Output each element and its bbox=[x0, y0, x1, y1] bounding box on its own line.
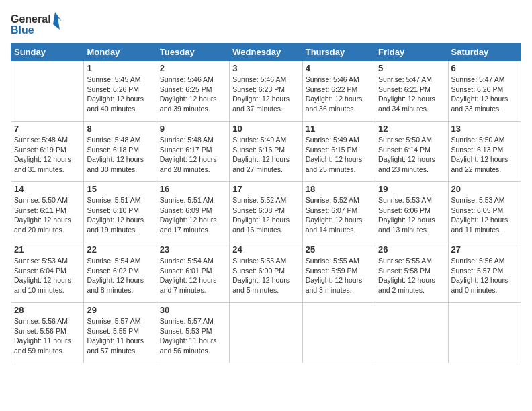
day-info: Sunrise: 5:48 AMSunset: 6:18 PMDaylight:… bbox=[87, 135, 153, 175]
day-info: Sunrise: 5:55 AMSunset: 6:00 PMDaylight:… bbox=[232, 256, 299, 295]
day-number: 17 bbox=[232, 184, 299, 194]
day-number: 5 bbox=[378, 63, 445, 73]
calendar-cell: 15Sunrise: 5:51 AMSunset: 6:10 PMDayligh… bbox=[84, 182, 157, 242]
day-info: Sunrise: 5:51 AMSunset: 6:10 PMDaylight:… bbox=[87, 195, 153, 235]
calendar-cell: 7Sunrise: 5:48 AMSunset: 6:19 PMDaylight… bbox=[11, 122, 84, 182]
calendar-week-1: 1Sunrise: 5:45 AMSunset: 6:26 PMDaylight… bbox=[11, 61, 521, 122]
calendar-cell bbox=[448, 303, 521, 363]
calendar-cell bbox=[375, 303, 448, 363]
calendar-week-3: 14Sunrise: 5:50 AMSunset: 6:11 PMDayligh… bbox=[11, 182, 521, 242]
day-info: Sunrise: 5:55 AMSunset: 5:59 PMDaylight:… bbox=[306, 256, 372, 295]
day-number: 25 bbox=[306, 244, 372, 255]
calendar-cell: 30Sunrise: 5:57 AMSunset: 5:53 PMDayligh… bbox=[157, 303, 229, 363]
day-info: Sunrise: 5:51 AMSunset: 6:09 PMDaylight:… bbox=[160, 195, 226, 235]
day-info: Sunrise: 5:53 AMSunset: 6:05 PMDaylight:… bbox=[451, 195, 518, 235]
day-info: Sunrise: 5:53 AMSunset: 6:06 PMDaylight:… bbox=[378, 195, 445, 235]
day-info: Sunrise: 5:48 AMSunset: 6:19 PMDaylight:… bbox=[14, 135, 81, 175]
day-number: 8 bbox=[87, 124, 153, 134]
svg-marker-2 bbox=[53, 12, 62, 30]
day-info: Sunrise: 5:56 AMSunset: 5:56 PMDaylight:… bbox=[14, 316, 81, 356]
calendar-table: SundayMondayTuesdayWednesdayThursdayFrid… bbox=[11, 43, 521, 363]
calendar-cell: 27Sunrise: 5:56 AMSunset: 5:57 PMDayligh… bbox=[448, 242, 521, 303]
day-info: Sunrise: 5:54 AMSunset: 6:02 PMDaylight:… bbox=[87, 256, 153, 295]
day-info: Sunrise: 5:47 AMSunset: 6:21 PMDaylight:… bbox=[378, 75, 445, 114]
day-number: 6 bbox=[451, 63, 518, 73]
day-info: Sunrise: 5:46 AMSunset: 6:22 PMDaylight:… bbox=[306, 75, 372, 114]
day-number: 24 bbox=[232, 244, 299, 255]
day-number: 16 bbox=[160, 184, 226, 194]
day-number: 1 bbox=[87, 63, 153, 73]
day-number: 2 bbox=[160, 63, 226, 73]
day-info: Sunrise: 5:53 AMSunset: 6:04 PMDaylight:… bbox=[14, 256, 81, 295]
calendar-cell: 5Sunrise: 5:47 AMSunset: 6:21 PMDaylight… bbox=[375, 61, 448, 122]
calendar-cell: 22Sunrise: 5:54 AMSunset: 6:02 PMDayligh… bbox=[84, 242, 157, 303]
calendar-cell bbox=[230, 303, 302, 363]
day-number: 21 bbox=[14, 244, 81, 255]
day-number: 18 bbox=[306, 184, 372, 194]
weekday-header-sunday: Sunday bbox=[11, 44, 84, 61]
day-number: 26 bbox=[378, 244, 445, 255]
day-info: Sunrise: 5:55 AMSunset: 5:58 PMDaylight:… bbox=[378, 256, 445, 295]
calendar-cell: 2Sunrise: 5:46 AMSunset: 6:25 PMDaylight… bbox=[157, 61, 229, 122]
calendar-cell: 23Sunrise: 5:54 AMSunset: 6:01 PMDayligh… bbox=[157, 242, 229, 303]
calendar-cell: 18Sunrise: 5:52 AMSunset: 6:07 PMDayligh… bbox=[302, 182, 375, 242]
page-header: GeneralBlue bbox=[11, 11, 521, 38]
day-number: 19 bbox=[378, 184, 445, 194]
weekday-header-wednesday: Wednesday bbox=[230, 44, 302, 61]
day-number: 23 bbox=[160, 244, 226, 255]
day-number: 10 bbox=[232, 124, 299, 134]
calendar-cell: 20Sunrise: 5:53 AMSunset: 6:05 PMDayligh… bbox=[448, 182, 521, 242]
calendar-cell: 12Sunrise: 5:50 AMSunset: 6:14 PMDayligh… bbox=[375, 122, 448, 182]
day-info: Sunrise: 5:46 AMSunset: 6:25 PMDaylight:… bbox=[160, 75, 226, 114]
weekday-header-saturday: Saturday bbox=[448, 44, 521, 61]
weekday-header-tuesday: Tuesday bbox=[157, 44, 229, 61]
logo: GeneralBlue bbox=[11, 11, 64, 38]
day-number: 28 bbox=[14, 305, 81, 315]
svg-text:Blue: Blue bbox=[11, 24, 34, 36]
calendar-cell: 29Sunrise: 5:57 AMSunset: 5:55 PMDayligh… bbox=[84, 303, 157, 363]
calendar-week-4: 21Sunrise: 5:53 AMSunset: 6:04 PMDayligh… bbox=[11, 242, 521, 303]
calendar-cell: 28Sunrise: 5:56 AMSunset: 5:56 PMDayligh… bbox=[11, 303, 84, 363]
calendar-week-2: 7Sunrise: 5:48 AMSunset: 6:19 PMDaylight… bbox=[11, 122, 521, 182]
svg-text:General: General bbox=[11, 13, 51, 25]
calendar-cell bbox=[302, 303, 375, 363]
day-number: 22 bbox=[87, 244, 153, 255]
day-info: Sunrise: 5:49 AMSunset: 6:16 PMDaylight:… bbox=[232, 135, 299, 175]
day-info: Sunrise: 5:50 AMSunset: 6:11 PMDaylight:… bbox=[14, 195, 81, 235]
calendar-cell: 19Sunrise: 5:53 AMSunset: 6:06 PMDayligh… bbox=[375, 182, 448, 242]
day-number: 4 bbox=[306, 63, 372, 73]
day-info: Sunrise: 5:57 AMSunset: 5:55 PMDaylight:… bbox=[87, 316, 153, 356]
day-info: Sunrise: 5:54 AMSunset: 6:01 PMDaylight:… bbox=[160, 256, 226, 295]
calendar-week-5: 28Sunrise: 5:56 AMSunset: 5:56 PMDayligh… bbox=[11, 303, 521, 363]
day-info: Sunrise: 5:48 AMSunset: 6:17 PMDaylight:… bbox=[160, 135, 226, 175]
calendar-cell: 24Sunrise: 5:55 AMSunset: 6:00 PMDayligh… bbox=[230, 242, 302, 303]
calendar-cell: 17Sunrise: 5:52 AMSunset: 6:08 PMDayligh… bbox=[230, 182, 302, 242]
day-info: Sunrise: 5:45 AMSunset: 6:26 PMDaylight:… bbox=[87, 75, 153, 114]
day-number: 13 bbox=[451, 124, 518, 134]
calendar-cell: 3Sunrise: 5:46 AMSunset: 6:23 PMDaylight… bbox=[230, 61, 302, 122]
logo-svg: GeneralBlue bbox=[11, 11, 64, 38]
day-info: Sunrise: 5:50 AMSunset: 6:13 PMDaylight:… bbox=[451, 135, 518, 175]
calendar-cell: 14Sunrise: 5:50 AMSunset: 6:11 PMDayligh… bbox=[11, 182, 84, 242]
day-info: Sunrise: 5:50 AMSunset: 6:14 PMDaylight:… bbox=[378, 135, 445, 175]
day-info: Sunrise: 5:49 AMSunset: 6:15 PMDaylight:… bbox=[306, 135, 372, 175]
day-number: 29 bbox=[87, 305, 153, 315]
day-number: 14 bbox=[14, 184, 81, 194]
day-number: 7 bbox=[14, 124, 81, 134]
day-number: 12 bbox=[378, 124, 445, 134]
day-info: Sunrise: 5:57 AMSunset: 5:53 PMDaylight:… bbox=[160, 316, 226, 356]
weekday-header-friday: Friday bbox=[375, 44, 448, 61]
calendar-cell: 4Sunrise: 5:46 AMSunset: 6:22 PMDaylight… bbox=[302, 61, 375, 122]
calendar-cell: 25Sunrise: 5:55 AMSunset: 5:59 PMDayligh… bbox=[302, 242, 375, 303]
calendar-cell: 6Sunrise: 5:47 AMSunset: 6:20 PMDaylight… bbox=[448, 61, 521, 122]
day-info: Sunrise: 5:52 AMSunset: 6:07 PMDaylight:… bbox=[306, 195, 372, 235]
calendar-cell: 8Sunrise: 5:48 AMSunset: 6:18 PMDaylight… bbox=[84, 122, 157, 182]
day-info: Sunrise: 5:46 AMSunset: 6:23 PMDaylight:… bbox=[232, 75, 299, 114]
day-number: 11 bbox=[306, 124, 372, 134]
day-number: 15 bbox=[87, 184, 153, 194]
day-info: Sunrise: 5:56 AMSunset: 5:57 PMDaylight:… bbox=[451, 256, 518, 295]
calendar-cell: 1Sunrise: 5:45 AMSunset: 6:26 PMDaylight… bbox=[84, 61, 157, 122]
weekday-header-thursday: Thursday bbox=[302, 44, 375, 61]
weekday-header-row: SundayMondayTuesdayWednesdayThursdayFrid… bbox=[11, 44, 521, 61]
day-number: 27 bbox=[451, 244, 518, 255]
